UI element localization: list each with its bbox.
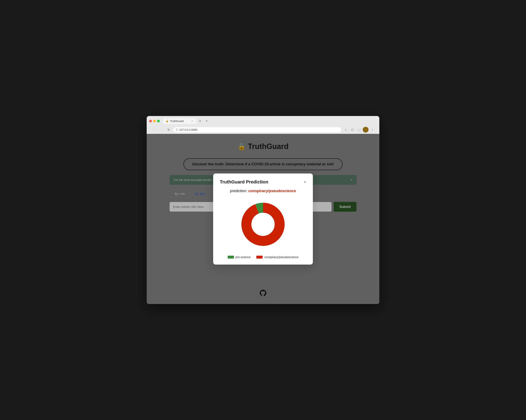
prediction-line: prediction: conspiracy/pseudoscience <box>220 189 306 193</box>
traffic-lights <box>149 120 160 122</box>
address-bar[interactable]: ⓘ 127.0.0.1:5000 <box>173 127 341 132</box>
active-tab[interactable]: 🔒 TruthGuard × <box>163 118 196 124</box>
minimize-traffic-light[interactable] <box>153 120 156 122</box>
browser-chrome: 🔒 TruthGuard × + ▾ ← → ↻ ⓘ 127.0.0.1:500… <box>147 116 379 134</box>
tab-bar: 🔒 TruthGuard × + ▾ <box>163 118 210 124</box>
donut-chart <box>236 197 290 251</box>
menu-button[interactable]: ⋮ <box>369 127 375 133</box>
modal-header: TruthGuard Prediction × <box>220 179 306 185</box>
maximize-traffic-light[interactable] <box>157 120 160 122</box>
svg-point-2 <box>252 213 274 236</box>
tab-favicon-icon: 🔒 <box>166 119 169 122</box>
tab-dropdown-button[interactable]: ▾ <box>204 118 210 124</box>
legend-color-conspiracy <box>256 256 263 259</box>
reload-button[interactable]: ↻ <box>166 127 172 133</box>
address-text: 127.0.0.1:5000 <box>179 128 197 131</box>
modal-title: TruthGuard Prediction <box>220 179 268 185</box>
address-lock-icon: ⓘ <box>176 128 178 131</box>
page-content: 🔒 TruthGuard Uncover the truth: Determin… <box>147 134 379 304</box>
new-tab-button[interactable]: + <box>197 118 203 124</box>
profile-avatar-button[interactable] <box>363 127 369 133</box>
prediction-label: prediction: <box>230 189 247 193</box>
extension-button[interactable]: ⬡ <box>349 127 355 133</box>
chart-legend: pro-science conspiracy/pseudoscience <box>220 255 306 259</box>
prediction-value: conspiracy/pseudoscience <box>248 189 296 193</box>
close-traffic-light[interactable] <box>149 120 152 122</box>
prediction-modal: TruthGuard Prediction × prediction: cons… <box>213 174 313 264</box>
legend-item-pro-science: pro-science <box>228 255 251 259</box>
legend-item-conspiracy: conspiracy/pseudoscience <box>256 255 298 259</box>
modal-close-button[interactable]: × <box>304 180 306 184</box>
title-bar: 🔒 TruthGuard × + ▾ <box>149 118 377 124</box>
tab-title-label: TruthGuard <box>170 119 189 123</box>
legend-label-pro-science: pro-science <box>236 255 251 259</box>
back-button[interactable]: ← <box>151 127 157 133</box>
legend-label-conspiracy: conspiracy/pseudoscience <box>264 255 298 259</box>
legend-color-pro-science <box>228 256 234 259</box>
tab-close-button[interactable]: × <box>191 119 194 123</box>
chart-container <box>220 197 306 251</box>
browser-window: 🔒 TruthGuard × + ▾ ← → ↻ ⓘ 127.0.0.1:500… <box>147 116 379 304</box>
forward-button[interactable]: → <box>158 127 164 133</box>
sidebar-button[interactable]: ⬜ <box>356 127 362 133</box>
address-bar-row: ← → ↻ ⓘ 127.0.0.1:5000 ☆ ⬡ ⬜ ⋮ <box>149 126 377 134</box>
browser-actions: ☆ ⬡ ⬜ ⋮ <box>343 127 375 133</box>
bookmark-button[interactable]: ☆ <box>343 127 349 133</box>
modal-overlay: TruthGuard Prediction × prediction: cons… <box>147 134 379 304</box>
